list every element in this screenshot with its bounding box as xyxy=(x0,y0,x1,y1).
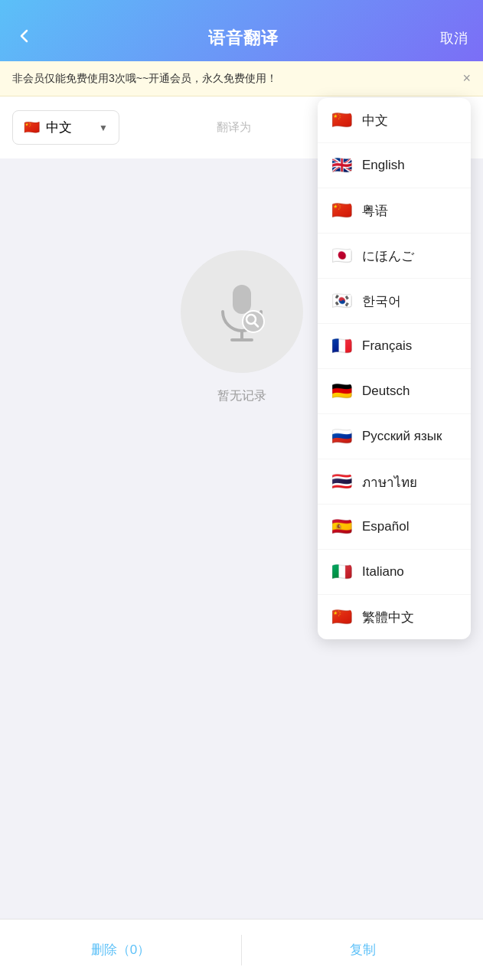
dropdown-item[interactable]: 🇩🇪Deutsch xyxy=(318,369,471,414)
dropdown-item[interactable]: 🇫🇷Français xyxy=(318,324,471,369)
language-option-label: Español xyxy=(362,519,409,534)
language-option-label: ภาษาไทย xyxy=(362,472,417,492)
flag-icon: 🇬🇧 xyxy=(330,154,353,177)
dropdown-item[interactable]: 🇹🇭ภาษาไทย xyxy=(318,459,471,505)
flag-icon: 🇹🇭 xyxy=(330,470,353,493)
language-option-label: 한국어 xyxy=(362,292,401,310)
flag-icon: 🇩🇪 xyxy=(330,380,353,403)
bottom-toolbar: 删除（0） 复制 xyxy=(0,919,483,980)
dropdown-item[interactable]: 🇨🇳粤语 xyxy=(318,188,471,234)
back-button[interactable] xyxy=(15,27,46,51)
language-option-label: Deutsch xyxy=(362,384,410,399)
dropdown-item[interactable]: 🇯🇵にほんご xyxy=(318,234,471,279)
language-option-label: 粤语 xyxy=(362,202,388,220)
dropdown-item[interactable]: 🇬🇧English xyxy=(318,143,471,188)
dropdown-item[interactable]: 🇰🇷한국어 xyxy=(318,279,471,324)
source-flag-icon: 🇨🇳 xyxy=(24,119,40,136)
empty-state-text: 暂无记录 xyxy=(217,388,266,404)
source-language-label: 中文 xyxy=(46,119,72,136)
source-dropdown-arrow-icon: ▼ xyxy=(99,122,108,133)
flag-icon: 🇪🇸 xyxy=(330,515,353,538)
flag-icon: 🇫🇷 xyxy=(330,335,353,358)
flag-icon: 🇰🇷 xyxy=(330,289,353,312)
language-option-label: 中文 xyxy=(362,112,388,129)
dropdown-item[interactable]: 🇮🇹Italiano xyxy=(318,550,471,595)
language-option-label: English xyxy=(362,158,405,173)
language-option-label: Italiano xyxy=(362,564,404,580)
banner-highlight[interactable]: 开通会员 xyxy=(148,72,191,84)
banner-close-button[interactable]: × xyxy=(462,70,471,87)
flag-icon: 🇯🇵 xyxy=(330,244,353,267)
dropdown-item[interactable]: 🇪🇸Español xyxy=(318,505,471,550)
translate-direction-label: 翻译为 xyxy=(127,120,341,135)
banner-text: 非会员仅能免费使用3次哦~~开通会员，永久免费使用！ xyxy=(12,72,277,86)
flag-icon: 🇨🇳 xyxy=(330,606,353,629)
flag-icon: 🇨🇳 xyxy=(330,109,353,132)
page-title: 语音翻译 xyxy=(208,27,279,50)
language-option-label: にほんご xyxy=(362,247,414,265)
empty-state-icon xyxy=(181,250,303,373)
cancel-button[interactable]: 取消 xyxy=(440,29,468,47)
svg-rect-0 xyxy=(233,285,251,314)
svg-point-3 xyxy=(243,311,264,332)
dropdown-item[interactable]: 🇨🇳中文 xyxy=(318,98,471,143)
dropdown-item[interactable]: 🇨🇳繁體中文 xyxy=(318,595,471,639)
header: 语音翻译 取消 xyxy=(0,0,483,61)
source-language-selector[interactable]: 🇨🇳 中文 ▼ xyxy=(12,110,119,145)
language-dropdown: 🇨🇳中文🇬🇧English🇨🇳粤语🇯🇵にほんご🇰🇷한국어🇫🇷Français🇩🇪… xyxy=(318,98,471,639)
dropdown-item[interactable]: 🇷🇺Русский язык xyxy=(318,414,471,459)
flag-icon: 🇨🇳 xyxy=(330,199,353,222)
banner-prefix: 非会员仅能免费使用3次哦~~ xyxy=(12,72,148,84)
flag-icon: 🇷🇺 xyxy=(330,425,353,448)
banner-suffix: ，永久免费使用！ xyxy=(191,72,277,84)
language-option-label: 繁體中文 xyxy=(362,609,414,626)
language-option-label: Русский язык xyxy=(362,429,442,444)
language-option-label: Français xyxy=(362,338,412,354)
flag-icon: 🇮🇹 xyxy=(330,560,353,583)
delete-button[interactable]: 删除（0） xyxy=(0,920,241,980)
promo-banner: 非会员仅能免费使用3次哦~~开通会员，永久免费使用！ × xyxy=(0,61,483,96)
copy-button[interactable]: 复制 xyxy=(242,920,483,980)
